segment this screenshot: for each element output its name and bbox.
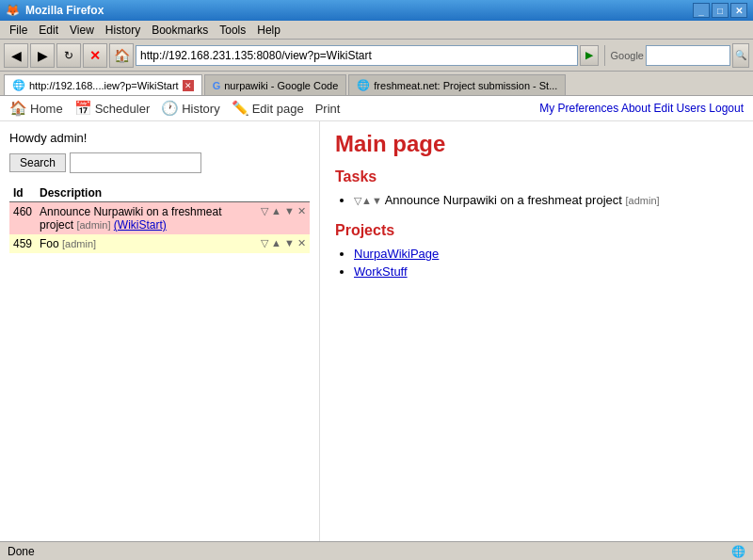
nav-edit-page[interactable]: ✏️ Edit page: [232, 100, 304, 117]
admin-badge-460: [admin]: [76, 219, 110, 231]
title-bar: 🦊 Mozilla Firefox _ □ ✕: [0, 0, 753, 21]
task-up-459[interactable]: ▲: [271, 237, 281, 248]
nav-home-label: Home: [30, 102, 63, 116]
task-del-460[interactable]: ✕: [297, 205, 306, 216]
tasks-list: ▽▲▼ Announce Nurpawiki on a freshmeat pr…: [354, 193, 738, 207]
about-link[interactable]: About: [621, 102, 650, 115]
list-item: WorkStuff: [354, 264, 738, 279]
search-row: Search: [9, 152, 310, 173]
menu-file[interactable]: File: [4, 23, 33, 38]
task-down-459[interactable]: ▼: [284, 237, 295, 248]
project-link-nurpawikipage[interactable]: NurpaWikiPage: [354, 247, 439, 261]
browser-icon: 🦊: [6, 4, 20, 17]
history-icon: 🕐: [161, 100, 179, 117]
back-button[interactable]: ◀: [4, 43, 28, 68]
list-item: NurpaWikiPage: [354, 247, 738, 261]
task-text-right: Announce Nurpawiki on a freshmeat projec…: [385, 193, 626, 207]
edit-icon: ✏️: [232, 100, 249, 117]
table-row: 459 Foo [admin] ▽ ▲ ▼ ✕: [9, 234, 310, 253]
nav-history[interactable]: 🕐 History: [161, 100, 219, 117]
app-content: 🏠 Home 📅 Scheduler 🕐 History ✏️ Edit pag…: [0, 96, 753, 541]
projects-list: NurpaWikiPage WorkStuff: [354, 247, 738, 279]
home-button[interactable]: 🏠: [109, 43, 134, 68]
nav-toolbar: ◀ ▶ ↻ ✕ 🏠 ▶ Google 🔍: [0, 40, 753, 72]
tab-1-label: nurpawiki - Google Code: [224, 80, 338, 91]
task-controls-459: ▽ ▲ ▼ ✕: [257, 234, 310, 253]
home-icon: 🏠: [9, 100, 27, 117]
tab-2-favicon: 🌐: [357, 79, 370, 91]
task-flag-459[interactable]: ▽: [261, 237, 268, 248]
menu-bookmarks[interactable]: Bookmarks: [146, 23, 214, 38]
menu-tools[interactable]: Tools: [214, 23, 251, 38]
refresh-button[interactable]: ↻: [56, 43, 81, 68]
nav-edit-page-label: Edit page: [252, 102, 304, 116]
user-greeting: Howdy admin!: [9, 131, 310, 145]
right-panel: Main page Tasks ▽▲▼ Announce Nurpawiki o…: [320, 121, 753, 541]
nav-print[interactable]: Print: [315, 102, 341, 116]
tab-0-close[interactable]: ✕: [183, 80, 194, 91]
menu-help[interactable]: Help: [251, 23, 286, 38]
logout-link[interactable]: Logout: [709, 102, 744, 115]
status-icon: 🌐: [731, 545, 745, 558]
user-nav: My Preferences About Edit Users Logout: [539, 102, 744, 115]
browser-title: Mozilla Firefox: [25, 4, 104, 17]
table-row: 460 Announce Nurpawiki on a freshmeat pr…: [9, 202, 310, 235]
main-page-title: Main page: [335, 131, 738, 157]
task-desc-459: Foo [admin]: [36, 234, 257, 253]
left-panel: Howdy admin! Search Id Description: [0, 121, 320, 541]
edit-users-link[interactable]: Edit Users: [654, 102, 706, 115]
tab-0-favicon: 🌐: [12, 79, 25, 91]
nav-history-label: History: [182, 102, 219, 116]
close-button[interactable]: ✕: [730, 3, 747, 18]
stop-button[interactable]: ✕: [83, 43, 107, 68]
menu-bar: File Edit View History Bookmarks Tools H…: [0, 21, 753, 40]
project-link-workstuff[interactable]: WorkStuff: [354, 264, 408, 279]
col-actions: [257, 184, 310, 202]
task-table: Id Description 460 Announce Nurpawiki on…: [9, 184, 310, 253]
col-description: Description: [36, 184, 257, 202]
menu-view[interactable]: View: [64, 23, 100, 38]
maximize-button[interactable]: □: [712, 3, 729, 18]
preferences-link[interactable]: My Preferences: [539, 102, 618, 115]
task-up-460[interactable]: ▲: [271, 205, 281, 216]
admin-badge-459: [admin]: [62, 238, 96, 249]
task-del-459[interactable]: ✕: [297, 237, 306, 248]
tasks-section-title: Tasks: [335, 168, 738, 185]
task-controls-right: ▽▲▼: [354, 195, 382, 206]
col-id: Id: [9, 184, 36, 202]
menu-edit[interactable]: Edit: [33, 23, 64, 38]
go-button[interactable]: ▶: [580, 45, 599, 66]
nav-print-label: Print: [315, 102, 341, 116]
wiki-link-460[interactable]: (WikiStart): [114, 218, 167, 232]
task-flag-460[interactable]: ▽: [261, 205, 268, 216]
google-label: Google: [611, 50, 644, 61]
task-id-460: 460: [9, 202, 36, 235]
status-bar: Done 🌐: [0, 541, 753, 560]
search-input[interactable]: [70, 152, 201, 173]
tab-2-label: freshmeat.net: Project submission - St..…: [374, 80, 557, 91]
app-nav-row: 🏠 Home 📅 Scheduler 🕐 History ✏️ Edit pag…: [0, 96, 753, 121]
task-id-459: 459: [9, 234, 36, 253]
task-controls-460: ▽ ▲ ▼ ✕: [257, 202, 310, 235]
nav-scheduler[interactable]: 📅 Scheduler: [74, 100, 151, 117]
list-item: ▽▲▼ Announce Nurpawiki on a freshmeat pr…: [354, 193, 738, 207]
address-bar[interactable]: [136, 45, 578, 66]
nav-scheduler-label: Scheduler: [95, 102, 151, 116]
task-desc-460: Announce Nurpawiki on a freshmeat projec…: [36, 202, 257, 235]
tab-0-label: http://192.168....iew?p=WikiStart: [29, 80, 179, 91]
tab-1[interactable]: G nurpawiki - Google Code: [204, 74, 347, 95]
forward-button[interactable]: ▶: [30, 43, 55, 68]
projects-section-title: Projects: [335, 222, 738, 239]
tab-0[interactable]: 🌐 http://192.168....iew?p=WikiStart ✕: [4, 74, 202, 95]
search-button[interactable]: Search: [9, 153, 66, 172]
google-search-button[interactable]: 🔍: [732, 43, 749, 68]
nav-home[interactable]: 🏠 Home: [9, 100, 63, 117]
google-search-input[interactable]: [646, 45, 730, 66]
tab-2[interactable]: 🌐 freshmeat.net: Project submission - St…: [348, 74, 566, 95]
task-down-460[interactable]: ▼: [284, 205, 295, 216]
scheduler-icon: 📅: [74, 100, 92, 117]
menu-history[interactable]: History: [100, 23, 146, 38]
status-text: Done: [8, 545, 35, 558]
tab-bar: 🌐 http://192.168....iew?p=WikiStart ✕ G …: [0, 72, 753, 96]
minimize-button[interactable]: _: [693, 3, 710, 18]
